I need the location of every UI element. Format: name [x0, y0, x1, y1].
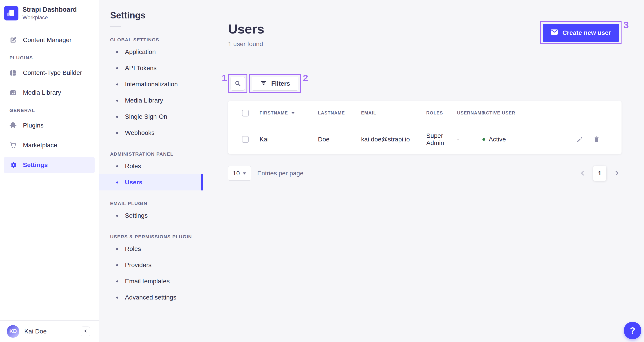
- previous-page-button[interactable]: [580, 170, 586, 177]
- sidebar-item-media-library[interactable]: Media Library: [4, 84, 94, 101]
- page-1-button[interactable]: 1: [593, 166, 606, 181]
- chevron-left-icon: [83, 329, 88, 334]
- cell-roles: Super Admin: [426, 132, 457, 147]
- chevron-left-icon: [580, 170, 586, 177]
- sidebar-item-settings[interactable]: Settings: [4, 157, 94, 173]
- cell-username: -: [457, 136, 482, 143]
- cell-lastname: Doe: [318, 136, 361, 143]
- edit-user-button[interactable]: [576, 136, 583, 143]
- cell-firstname: Kai: [260, 136, 318, 143]
- strapi-admin-app: Strapi Dashboard Workplace Content Manag…: [0, 0, 644, 342]
- next-page-button[interactable]: [614, 170, 620, 177]
- filter-icon: [260, 80, 267, 88]
- subnav-item-admin-users[interactable]: Users: [99, 174, 203, 190]
- filters-button[interactable]: Filters: [252, 77, 298, 91]
- settings-subnav: Settings GLOBAL SETTINGS Application API…: [99, 0, 203, 342]
- trash-icon: [593, 136, 600, 143]
- column-header-active-user[interactable]: ACTIVE USER: [482, 110, 550, 116]
- pagination-row: 10 Entries per page 1: [228, 166, 622, 181]
- subnav-title: Settings: [110, 10, 203, 21]
- workspace-brand[interactable]: Strapi Dashboard Workplace: [0, 0, 99, 26]
- annotation-box-search: 1: [228, 74, 248, 93]
- user-count: 1 user found: [228, 41, 264, 48]
- users-table: FIRSTNAME LASTNAME EMAIL ROLES USERNAME …: [228, 101, 622, 154]
- active-status-dot: [482, 138, 485, 141]
- sidebar-item-label: Content-Type Builder: [23, 69, 82, 77]
- cell-active-user: Active: [482, 136, 550, 143]
- subnav-item-up-advanced-settings[interactable]: Advanced settings: [99, 289, 203, 305]
- search-button[interactable]: [230, 77, 245, 91]
- annotation-label-3: 3: [624, 21, 629, 30]
- column-header-lastname[interactable]: LASTNAME: [318, 110, 361, 116]
- sidebar-item-content-manager[interactable]: Content Manager: [4, 32, 94, 48]
- puzzle-icon: [10, 122, 17, 129]
- subnav-section-email-plugin: EMAIL PLUGIN: [110, 201, 203, 206]
- subnav-item-up-roles[interactable]: Roles: [99, 241, 203, 257]
- sidebar-item-marketplace[interactable]: Marketplace: [4, 137, 94, 154]
- pencil-icon: [576, 136, 583, 143]
- sidebar-item-plugins[interactable]: Plugins: [4, 117, 94, 134]
- strapi-logo-icon: [4, 6, 18, 21]
- subnav-section-users-permissions-plugin: USERS & PERMISSIONS PLUGIN: [110, 234, 203, 239]
- annotation-label-2: 2: [303, 73, 308, 83]
- entries-per-page-label: Entries per page: [257, 170, 303, 177]
- column-header-roles[interactable]: ROLES: [426, 110, 457, 116]
- subnav-item-webhooks[interactable]: Webhooks: [99, 125, 203, 141]
- subnav-item-api-tokens[interactable]: API Tokens: [99, 60, 203, 76]
- subnav-item-media-library[interactable]: Media Library: [99, 92, 203, 109]
- pager: 1: [580, 166, 622, 181]
- gear-icon: [10, 161, 17, 169]
- row-checkbox[interactable]: [242, 136, 249, 143]
- chevron-down-icon: [243, 172, 246, 174]
- image-icon: [10, 89, 17, 96]
- help-button[interactable]: ?: [624, 322, 641, 339]
- subnav-item-internationalization[interactable]: Internationalization: [99, 76, 203, 92]
- envelope-icon: [551, 29, 558, 37]
- chevron-right-icon: [614, 170, 620, 177]
- create-new-user-button[interactable]: Create new user: [543, 24, 619, 42]
- table-actions-row: 1 2: [228, 74, 622, 93]
- column-header-firstname[interactable]: FIRSTNAME: [260, 110, 288, 116]
- sidebar-item-label: Plugins: [23, 122, 44, 129]
- column-header-email[interactable]: EMAIL: [361, 110, 426, 116]
- table-header-row: FIRSTNAME LASTNAME EMAIL ROLES USERNAME …: [228, 101, 622, 125]
- avatar[interactable]: KD: [7, 325, 19, 338]
- subnav-item-single-sign-on[interactable]: Single Sign-On: [99, 109, 203, 125]
- page-header: Users 1 user found 3 Create new user: [228, 21, 622, 48]
- user-name: Kai Doe: [24, 328, 47, 335]
- subnav-item-admin-roles[interactable]: Roles: [99, 158, 203, 174]
- subnav-item-up-email-templates[interactable]: Email templates: [99, 273, 203, 289]
- sidebar-item-label: Settings: [23, 161, 48, 169]
- status-badge: Active: [489, 136, 506, 143]
- sidebar-footer: KD Kai Doe: [0, 320, 99, 342]
- collapse-sidebar-button[interactable]: [81, 326, 90, 336]
- sidebar-item-label: Marketplace: [23, 142, 57, 149]
- cell-email: kai.doe@strapi.io: [361, 136, 426, 143]
- page-size-value: 10: [233, 170, 240, 177]
- subnav-section-global-settings: GLOBAL SETTINGS: [110, 37, 203, 43]
- users-page: Users 1 user found 3 Create new user: [203, 0, 644, 342]
- delete-user-button[interactable]: [593, 136, 600, 143]
- column-header-username[interactable]: USERNAME: [457, 110, 482, 116]
- select-all-checkbox[interactable]: [242, 110, 249, 117]
- annotation-box-filters: 2 Filters: [249, 74, 301, 93]
- subnav-item-email-settings[interactable]: Settings: [99, 208, 203, 224]
- page-size-select[interactable]: 10: [228, 166, 251, 181]
- subnav-item-up-providers[interactable]: Providers: [99, 257, 203, 273]
- pen-square-icon: [10, 37, 17, 44]
- sidebar-item-label: Media Library: [23, 89, 61, 96]
- main-sidebar: Strapi Dashboard Workplace Content Manag…: [0, 0, 99, 342]
- annotation-box-create: 3 Create new user: [540, 21, 622, 44]
- page-title: Users: [228, 21, 264, 37]
- sidebar-item-content-type-builder[interactable]: Content-Type Builder: [4, 65, 94, 81]
- cart-icon: [10, 142, 17, 149]
- table-row[interactable]: Kai Doe kai.doe@strapi.io Super Admin - …: [228, 125, 622, 154]
- layout-icon: [10, 69, 17, 77]
- subnav-section-administration-panel: ADMINISTRATION PANEL: [110, 151, 203, 157]
- sort-desc-icon[interactable]: [291, 112, 295, 114]
- sidebar-nav: Content Manager PLUGINS Content-Type Bui…: [0, 26, 99, 320]
- subnav-item-application[interactable]: Application: [99, 44, 203, 60]
- sidebar-section-general: GENERAL: [10, 108, 94, 113]
- sidebar-item-label: Content Manager: [23, 37, 72, 44]
- workspace-subtitle: Workplace: [22, 15, 77, 21]
